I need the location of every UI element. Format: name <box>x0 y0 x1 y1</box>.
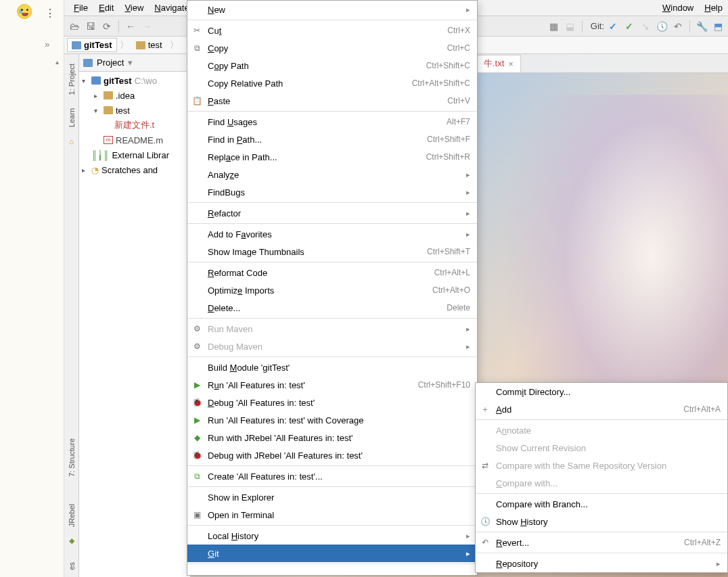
ctx-git[interactable]: Git▸ <box>187 545 477 562</box>
folder-icon <box>83 59 93 67</box>
forward-icon[interactable]: → <box>139 19 154 34</box>
collapse-icon[interactable]: » <box>45 39 49 49</box>
layout-icon[interactable]: ⬒ <box>710 19 725 34</box>
git-commit-icon[interactable]: ✓ <box>622 19 637 34</box>
ctx-replace-in-path[interactable]: Replace in Path...Ctrl+Shift+R <box>187 148 477 166</box>
tool-icon[interactable]: ▦ <box>547 19 562 34</box>
sub-commit[interactable]: Commit Directory... <box>476 383 727 400</box>
tree-readme[interactable]: m README.m <box>79 133 190 147</box>
chevron-right-icon: 〉 <box>170 39 179 51</box>
ctx-paste[interactable]: 📋PasteCtrl+V <box>187 92 477 110</box>
caret-icon: ▴ <box>55 58 59 66</box>
ctx-bottom-cut[interactable] <box>187 566 477 575</box>
jrebel-icon: ◆ <box>67 536 76 546</box>
ctx-open-terminal[interactable]: ▣Open in Terminal <box>187 506 477 524</box>
ctx-debug[interactable]: 🐞Debug 'All Features in: test' <box>187 394 477 411</box>
gutter-learn[interactable]: Learn <box>68 108 76 127</box>
jrebel-run-icon: ◆ <box>191 433 202 442</box>
settings-icon[interactable]: 🔧 <box>694 19 709 34</box>
sub-add[interactable]: ＋AddCtrl+Alt+A <box>476 400 727 418</box>
maven-icon: ⚙ <box>191 342 202 351</box>
chevron-right-icon: 〉 <box>120 39 129 51</box>
ctx-analyze[interactable]: Analyze▸ <box>187 166 477 183</box>
ctx-jrebel-debug[interactable]: 🐞Debug with JRebel 'All Features in: tes… <box>187 446 477 464</box>
save-icon[interactable]: 🖫 <box>83 19 98 34</box>
ctx-jrebel-run[interactable]: ◆Run with JRebel 'All Features in: test' <box>187 429 477 446</box>
ctx-run[interactable]: ▶Run 'All Features in: test'Ctrl+Shift+F… <box>187 376 477 394</box>
add-icon: ＋ <box>480 404 491 415</box>
menu-window[interactable]: Window <box>657 1 699 14</box>
more-icon[interactable]: ⋮ <box>45 7 56 20</box>
ctx-reformat[interactable]: Reformat CodeCtrl+Alt+L <box>187 264 477 281</box>
home-icon[interactable]: ⌂ <box>67 137 76 147</box>
ctx-local-history[interactable]: Local History▸ <box>187 527 477 545</box>
git-update-icon[interactable]: ✓ <box>606 19 620 34</box>
refresh-icon[interactable]: ⟳ <box>99 19 114 34</box>
ctx-cut[interactable]: ✂CutCtrl+X <box>187 22 477 39</box>
tree-libs[interactable]: ║╽║ External Librar <box>79 147 190 162</box>
create-icon: ⧉ <box>191 471 202 481</box>
tree-test[interactable]: ▾ test <box>79 103 190 118</box>
ctx-new[interactable]: New▸ <box>187 1 477 18</box>
sub-show-history[interactable]: 🕔Show History <box>476 513 727 530</box>
gutter-favorites[interactable]: es <box>68 562 76 570</box>
gutter-project[interactable]: 1: Project <box>68 64 76 95</box>
chevron-down-icon: ▾ <box>128 57 133 68</box>
ctx-copy-rel-path[interactable]: Copy Relative PathCtrl+Alt+Shift+C <box>187 74 477 92</box>
jrebel-debug-icon: 🐞 <box>191 451 202 460</box>
tree-newfile[interactable]: 新建文件.t <box>79 118 190 133</box>
maven-icon: ⚙ <box>191 324 202 333</box>
sub-repository[interactable]: Repository▸ <box>476 555 727 572</box>
git-arrow-icon[interactable]: ↘ <box>638 19 653 34</box>
markdown-icon: m <box>104 136 113 144</box>
tree-scratches[interactable]: ▸◔ Scratches and <box>79 162 190 177</box>
sub-revert[interactable]: ↶Revert...Ctrl+Alt+Z <box>476 534 727 551</box>
folder-icon <box>104 106 113 114</box>
emoji-app-icon <box>17 4 32 19</box>
tab-file[interactable]: 牛.txt× <box>476 55 521 72</box>
menu-file[interactable]: FFileile <box>68 1 93 14</box>
breadcrumb-root[interactable]: gitTest <box>67 38 117 52</box>
tool2-icon[interactable]: ⬓ <box>563 19 578 34</box>
panel-header[interactable]: Project ▾ <box>79 54 190 72</box>
folder-icon <box>91 76 101 85</box>
breadcrumb-folder[interactable]: test <box>131 38 167 52</box>
folder-icon <box>136 41 145 49</box>
gutter-jrebel[interactable]: JRebel <box>68 504 76 527</box>
ctx-copy-path[interactable]: Copy PathCtrl+Shift+C <box>187 57 477 74</box>
ctx-refactor[interactable]: Refactor▸ <box>187 204 477 222</box>
menu-view[interactable]: View <box>119 1 149 14</box>
ctx-build-module[interactable]: Build Module 'gitTest' <box>187 359 477 376</box>
open-icon[interactable]: 🗁 <box>67 19 82 34</box>
tree-idea[interactable]: ▸ .idea <box>79 88 190 103</box>
gutter-structure[interactable]: 7: Structure <box>68 438 76 477</box>
revert-icon[interactable]: ↶ <box>670 19 685 34</box>
libraries-icon: ║╽║ <box>91 150 109 160</box>
compare-icon: ⇄ <box>480 461 491 470</box>
menu-edit[interactable]: Edit <box>93 1 119 14</box>
ctx-findbugs[interactable]: FindBugs▸ <box>187 183 477 201</box>
history-icon[interactable]: 🕔 <box>654 19 669 34</box>
tree-root[interactable]: ▾ gitTestC:\wo <box>79 73 190 88</box>
ctx-find-usages[interactable]: Find UsagesAlt+F7 <box>187 113 477 131</box>
ctx-optimize-imports[interactable]: Optimize ImportsCtrl+Alt+O <box>187 281 477 299</box>
menu-help[interactable]: Help <box>699 1 728 14</box>
ctx-coverage[interactable]: ▶Run 'All Features in: test' with Covera… <box>187 411 477 429</box>
coverage-icon: ▶ <box>191 415 202 425</box>
ctx-debug-maven: ⚙Debug Maven▸ <box>187 338 477 355</box>
ctx-create[interactable]: ⧉Create 'All Features in: test'... <box>187 467 477 485</box>
ctx-show-thumbnails[interactable]: Show Image ThumbnailsCtrl+Shift+T <box>187 243 477 260</box>
ctx-delete[interactable]: Delete...Delete <box>187 299 477 317</box>
back-icon[interactable]: ← <box>123 19 138 34</box>
close-icon[interactable]: × <box>508 59 514 69</box>
history-icon: 🕔 <box>480 517 491 526</box>
terminal-icon: ▣ <box>191 510 202 520</box>
sub-compare-branch[interactable]: Compare with Branch... <box>476 495 727 513</box>
folder-icon <box>104 91 113 99</box>
paste-icon: 📋 <box>191 96 202 106</box>
ctx-find-in-path[interactable]: Find in Path...Ctrl+Shift+F <box>187 131 477 148</box>
ctx-copy[interactable]: ⧉CopyCtrl+C <box>187 39 477 57</box>
ctx-add-favorites[interactable]: Add to Favorites▸ <box>187 225 477 243</box>
ctx-show-explorer[interactable]: Show in Explorer <box>187 488 477 506</box>
sub-show-current: Show Current Revision <box>476 439 727 457</box>
